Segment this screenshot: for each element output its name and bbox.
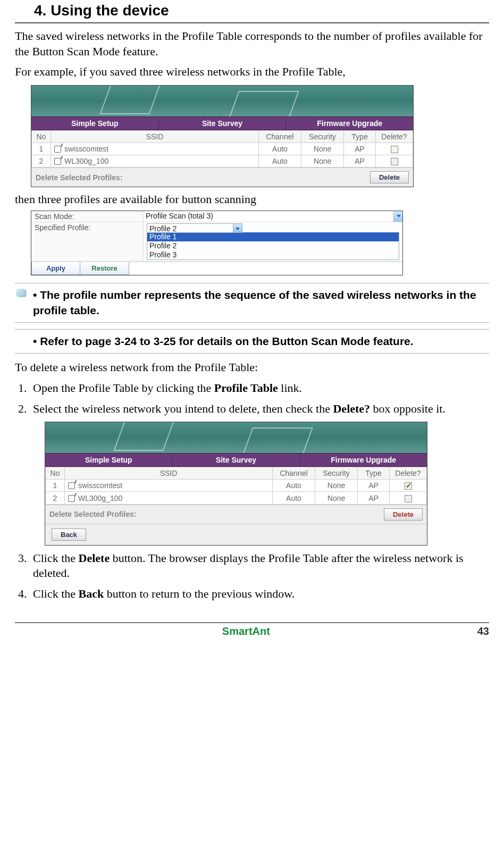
- col-no: No: [46, 467, 65, 480]
- table-row: 2 WL300g_100 Auto None AP: [32, 155, 413, 167]
- profile-option-list: Profile 1 Profile 2 Profile 3: [147, 232, 399, 260]
- cell-type: AP: [344, 155, 376, 167]
- delete-checkbox[interactable]: [405, 482, 412, 490]
- cell-channel: Auto: [259, 155, 301, 167]
- col-security: Security: [315, 467, 358, 480]
- step-2: Select the wireless network you intend t…: [30, 401, 489, 417]
- restore-button[interactable]: Restore: [80, 262, 129, 275]
- intro-paragraph-2: For example, if you saved three wireless…: [15, 64, 489, 80]
- col-type: Type: [358, 467, 390, 480]
- section-heading: 4. Using the device: [34, 2, 489, 19]
- col-ssid: SSID: [65, 467, 273, 480]
- chevron-down-icon[interactable]: [393, 211, 402, 222]
- profile-table: No SSID Channel Security Type Delete? 1 …: [31, 130, 413, 168]
- tab-firmware-upgrade[interactable]: Firmware Upgrade: [286, 117, 413, 130]
- footer-brand: SmartAnt: [15, 625, 477, 638]
- col-channel: Channel: [273, 467, 315, 480]
- cell-no: 1: [46, 480, 65, 492]
- cell-no: 2: [32, 155, 51, 167]
- profile-table: No SSID Channel Security Type Delete? 1 …: [45, 467, 427, 505]
- col-security: Security: [301, 130, 344, 142]
- screenshot-profile-table-1: Simple Setup Site Survey Firmware Upgrad…: [31, 85, 414, 188]
- intro-paragraph-1: The saved wireless networks in the Profi…: [15, 29, 489, 59]
- screenshot-profile-table-2: Simple Setup Site Survey Firmware Upgrad…: [45, 422, 427, 546]
- profile-option[interactable]: Profile 2: [147, 241, 399, 250]
- table-row: 2 WL300g_100 Auto None AP: [46, 492, 427, 504]
- cell-security: None: [301, 155, 344, 167]
- caption-after-screenshot-1: then three profiles are available for bu…: [15, 192, 489, 206]
- cell-ssid: swisscomtest: [78, 481, 122, 490]
- tab-simple-setup[interactable]: Simple Setup: [45, 454, 173, 466]
- tab-simple-setup[interactable]: Simple Setup: [31, 117, 159, 130]
- banner-graphic: [45, 422, 427, 453]
- scan-mode-value[interactable]: Profile Scan (total 3): [144, 211, 393, 221]
- cell-no: 1: [32, 142, 51, 155]
- cell-type: AP: [358, 492, 390, 504]
- delete-selected-label: Delete Selected Profiles:: [49, 510, 136, 518]
- wifi-icon: [68, 495, 75, 502]
- delete-selected-label: Delete Selected Profiles:: [36, 173, 122, 182]
- col-channel: Channel: [259, 130, 301, 142]
- screenshot-scan-mode: Scan Mode: Profile Scan (total 3) Specif…: [31, 211, 403, 275]
- step-4: Click the Back button to return to the p…: [30, 586, 489, 602]
- step-3: Click the Delete button. The browser dis…: [30, 551, 489, 581]
- col-delete: Delete?: [390, 467, 427, 480]
- col-delete: Delete?: [376, 130, 413, 142]
- delete-checkbox[interactable]: [391, 146, 398, 153]
- heading-divider: [15, 22, 489, 23]
- profile-option[interactable]: Profile 1: [147, 232, 399, 241]
- wifi-icon: [54, 158, 61, 165]
- scan-mode-label: Scan Mode:: [31, 211, 143, 222]
- cell-type: AP: [358, 480, 390, 492]
- step-1: Open the Profile Table by clicking the P…: [30, 381, 489, 396]
- col-ssid: SSID: [51, 130, 259, 142]
- delete-checkbox[interactable]: [391, 158, 398, 165]
- tab-site-survey[interactable]: Site Survey: [159, 117, 287, 130]
- wifi-icon: [68, 482, 75, 489]
- cell-no: 2: [46, 492, 65, 504]
- back-button[interactable]: Back: [52, 529, 86, 541]
- cell-ssid: WL300g_100: [64, 157, 108, 165]
- table-row: 1 swisscomtest Auto None AP: [46, 480, 427, 492]
- delete-button[interactable]: Delete: [384, 508, 423, 521]
- cell-security: None: [315, 480, 358, 492]
- footer-page-number: 43: [477, 625, 489, 638]
- note-profile-number: • The profile number represents the sequ…: [15, 283, 489, 323]
- col-type: Type: [344, 130, 376, 142]
- tab-firmware-upgrade[interactable]: Firmware Upgrade: [300, 454, 427, 466]
- table-row: 1 swisscomtest Auto None AP: [32, 142, 413, 155]
- specified-profile-label: Specified Profile:: [31, 222, 143, 262]
- note-refer-page: • Refer to page 3-24 to 3-25 for details…: [15, 329, 489, 354]
- cell-ssid: WL300g_100: [78, 494, 122, 502]
- apply-button[interactable]: Apply: [31, 262, 80, 275]
- col-no: No: [32, 130, 51, 142]
- banner-graphic: [31, 86, 413, 116]
- cell-type: AP: [344, 142, 376, 155]
- cell-security: None: [301, 142, 344, 155]
- page-footer: SmartAnt 43: [15, 622, 489, 638]
- delete-button[interactable]: Delete: [370, 171, 409, 183]
- profile-option[interactable]: Profile 3: [147, 250, 399, 259]
- cell-ssid: swisscomtest: [64, 145, 108, 153]
- specified-profile-dropdown[interactable]: Profile 2: [147, 223, 242, 233]
- cell-channel: Auto: [273, 492, 315, 504]
- cell-security: None: [315, 492, 358, 504]
- wifi-icon: [54, 146, 61, 153]
- delete-intro: To delete a wireless network from the Pr…: [15, 360, 489, 375]
- tab-site-survey[interactable]: Site Survey: [173, 454, 300, 466]
- cell-channel: Auto: [273, 480, 315, 492]
- cell-channel: Auto: [259, 142, 301, 155]
- delete-checkbox[interactable]: [405, 495, 412, 502]
